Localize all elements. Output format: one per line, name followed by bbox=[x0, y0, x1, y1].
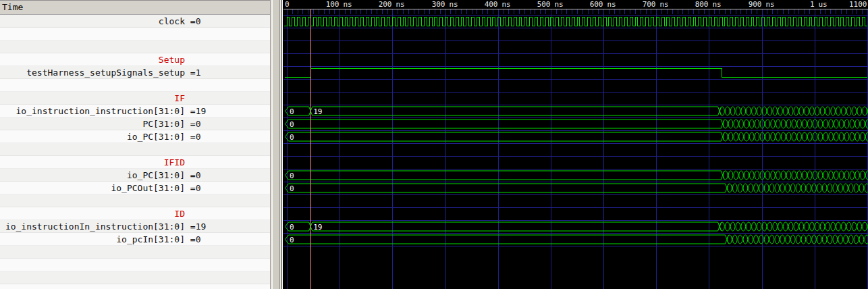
waveform-canvas[interactable]: 0100ns200ns300ns400ns500ns600ns700ns800n… bbox=[283, 0, 868, 289]
blank-row bbox=[0, 143, 270, 156]
svg-text:500: 500 bbox=[537, 0, 551, 9]
svg-text:ns: ns bbox=[344, 0, 352, 9]
wave-panel: 0100ns200ns300ns400ns500ns600ns700ns800n… bbox=[283, 0, 868, 289]
signal-value: =0 bbox=[185, 132, 200, 142]
svg-text:0: 0 bbox=[290, 107, 294, 116]
gtkwave-window: Time clock =0SetuptestHarness_setupSigna… bbox=[0, 0, 868, 289]
group-header-IFID[interactable]: IFID bbox=[0, 156, 270, 169]
svg-text:700: 700 bbox=[643, 0, 656, 9]
wave-trace-io_pcIn[31:0]: 0 bbox=[286, 235, 868, 244]
signal-name: io_PCOut[31:0] bbox=[0, 182, 185, 194]
group-header-Setup[interactable]: Setup bbox=[0, 53, 270, 66]
svg-text:ns: ns bbox=[502, 0, 511, 9]
svg-text:400: 400 bbox=[485, 0, 498, 9]
signals-vertical-scrollbar[interactable] bbox=[272, 0, 280, 289]
svg-text:ns: ns bbox=[396, 0, 405, 9]
svg-text:0: 0 bbox=[290, 236, 294, 244]
svg-text:0: 0 bbox=[285, 0, 290, 9]
svg-text:0: 0 bbox=[290, 184, 294, 193]
timescale[interactable]: 0100ns200ns300ns400ns500ns600ns700ns800n… bbox=[283, 0, 868, 9]
signal-value: =0 bbox=[185, 183, 200, 193]
blank-row bbox=[0, 259, 270, 271]
signal-name: IFID bbox=[0, 156, 185, 169]
signal-name: io_instruction_instruction[31:0] bbox=[0, 105, 185, 117]
signal-value: =1 bbox=[185, 68, 200, 78]
blank-row bbox=[0, 79, 270, 92]
signal-name: IF bbox=[0, 92, 185, 105]
svg-text:1100: 1100 bbox=[849, 0, 867, 9]
signal-value: =19 bbox=[185, 106, 206, 116]
svg-text:300: 300 bbox=[432, 0, 445, 9]
blank-row bbox=[0, 28, 270, 41]
signal-name: io_pcIn[31:0] bbox=[0, 233, 185, 246]
signal-io_instruction_instruction[31:0][interactable]: io_instruction_instruction[31:0] =19 bbox=[0, 105, 270, 117]
signal-list[interactable]: clock =0SetuptestHarness_setupSignals_se… bbox=[0, 15, 270, 289]
panel-separator bbox=[270, 0, 283, 289]
signal-value: =0 bbox=[185, 170, 200, 180]
blank-row bbox=[0, 41, 270, 53]
signal-testHarness_setupSignals_setup[interactable]: testHarness_setupSignals_setup =1 bbox=[0, 66, 270, 79]
blank-row bbox=[0, 246, 270, 259]
time-column-header: Time bbox=[0, 0, 270, 15]
wave-trace-testHarness_setupSignals_setup bbox=[285, 68, 867, 77]
signal-io_instructionIn_instruction[31:0][interactable]: io_instructionIn_instruction[31:0] =19 bbox=[0, 220, 270, 233]
svg-text:800: 800 bbox=[695, 0, 709, 9]
wave-trace-io_instructionIn_instruction[31:0]: 019 bbox=[286, 222, 868, 232]
signal-clock[interactable]: clock =0 bbox=[0, 15, 270, 28]
signal-name: clock bbox=[0, 15, 185, 28]
wave-trace-io_instruction_instruction[31:0]: 019 bbox=[286, 107, 868, 116]
svg-text:200: 200 bbox=[379, 0, 392, 9]
signal-value: =0 bbox=[185, 234, 200, 244]
wave-trace-io_PCOut[31:0]: 0 bbox=[286, 184, 868, 193]
signal-name: testHarness_setupSignals_setup bbox=[0, 66, 185, 79]
signal-io_pcIn[31:0][interactable]: io_pcIn[31:0] =0 bbox=[0, 233, 270, 246]
svg-text:19: 19 bbox=[313, 107, 322, 116]
signal-io_PC[31:0][interactable]: io_PC[31:0] =0 bbox=[0, 169, 270, 182]
signals-panel: Time clock =0SetuptestHarness_setupSigna… bbox=[0, 0, 270, 289]
signal-name: io_PC[31:0] bbox=[0, 169, 185, 182]
blank-row bbox=[0, 271, 270, 284]
wave-panel-edge-highlight bbox=[282, 0, 283, 289]
signal-name: Setup bbox=[0, 53, 185, 66]
signal-value: =0 bbox=[185, 16, 200, 26]
signal-value: =19 bbox=[185, 221, 206, 232]
signal-name: PC[31:0] bbox=[0, 117, 185, 130]
svg-text:ns: ns bbox=[766, 0, 775, 9]
blank-row bbox=[0, 194, 270, 207]
svg-text:0: 0 bbox=[290, 172, 294, 180]
svg-text:ns: ns bbox=[713, 0, 722, 9]
svg-text:600: 600 bbox=[590, 0, 603, 9]
signal-value: =0 bbox=[185, 119, 200, 129]
svg-text:0: 0 bbox=[290, 120, 294, 129]
signal-PC[31:0][interactable]: PC[31:0] =0 bbox=[0, 117, 270, 130]
wave-trace-PC[31:0]: 0 bbox=[286, 120, 868, 129]
group-header-IF[interactable]: IF bbox=[0, 92, 270, 105]
svg-text:19: 19 bbox=[313, 223, 322, 232]
blank-row bbox=[0, 284, 270, 289]
signal-io_PCOut[31:0][interactable]: io_PCOut[31:0] =0 bbox=[0, 182, 270, 194]
signal-name: ID bbox=[0, 207, 185, 220]
svg-text:0: 0 bbox=[290, 223, 294, 232]
svg-text:ns: ns bbox=[607, 0, 616, 9]
svg-text:1: 1 bbox=[810, 0, 815, 9]
signal-name: io_instructionIn_instruction[31:0] bbox=[0, 220, 185, 233]
signal-name: io_PC[31:0] bbox=[0, 130, 185, 143]
svg-text:us: us bbox=[819, 0, 828, 9]
grid bbox=[283, 9, 868, 289]
signal-io_PC[31:0][interactable]: io_PC[31:0] =0 bbox=[0, 130, 270, 143]
wave-trace-io_PC[31:0]: 0 bbox=[286, 132, 868, 142]
svg-text:100: 100 bbox=[326, 0, 340, 9]
wave-trace-clock bbox=[284, 17, 867, 26]
svg-text:ns: ns bbox=[555, 0, 564, 9]
svg-text:ns: ns bbox=[450, 0, 458, 9]
svg-text:900: 900 bbox=[749, 0, 762, 9]
wave-trace-io_PC[31:0]: 0 bbox=[286, 171, 868, 180]
svg-text:ns: ns bbox=[660, 0, 669, 9]
svg-text:0: 0 bbox=[290, 133, 294, 142]
group-header-ID[interactable]: ID bbox=[0, 207, 270, 220]
